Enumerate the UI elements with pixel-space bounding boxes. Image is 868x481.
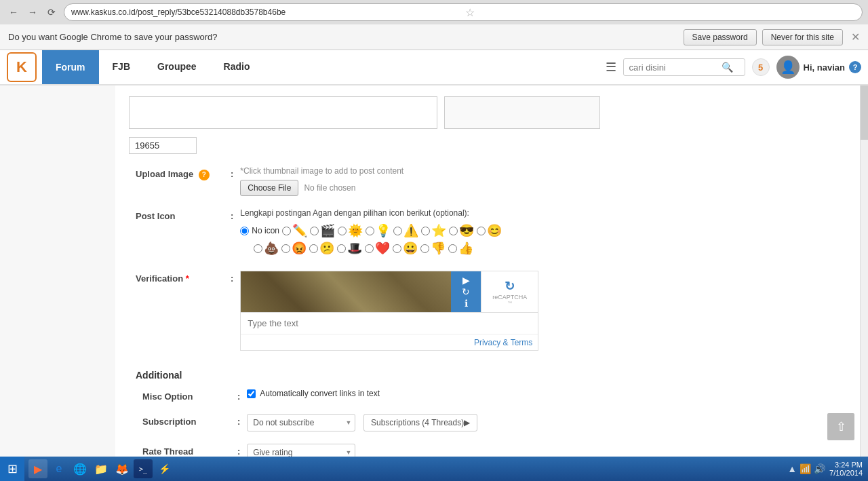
rate-thread-label: Rate Thread [142,444,237,457]
icon-item-sunglasses: 😎 [449,223,474,238]
misc-option-checkbox[interactable] [247,389,256,398]
icon-item-hat: 🎩 [337,241,362,256]
forward-button[interactable]: → [24,4,41,20]
taskbar-firefox-app[interactable]: 🦊 [113,459,132,478]
smile-icon: 😊 [487,223,502,238]
icon-radio-smile[interactable] [477,227,486,235]
captcha-refresh-button[interactable]: ↻ [462,286,470,297]
taskbar-clock[interactable]: 3:24 PM 7/10/2014 [829,461,863,477]
icon-item-poop: 💩 [254,241,279,256]
icon-no-icon: No icon [240,226,279,235]
taskbar-cmd-app[interactable]: >_ [134,459,153,478]
subscription-dropdown[interactable]: Do not subscribe [247,414,355,431]
post-right-box [444,96,600,129]
misc-option-content: Automatically convert links in text [247,389,849,398]
main-area: 19655 Upload Image ? : *Click thumbnail … [0,85,868,481]
heart-icon: ❤️ [375,241,390,256]
taskbar-chrome-app[interactable]: 🌐 [71,459,90,478]
captcha-text-input[interactable] [241,312,538,334]
nav-item-groupee[interactable]: Groupee [144,50,210,84]
happy-icon: 😀 [403,241,418,256]
password-bar-text: Do you want Google Chrome to save your p… [8,32,678,42]
search-input[interactable] [629,62,717,73]
choose-file-button[interactable]: Choose File [240,180,298,196]
bulb-icon: 💡 [376,223,391,238]
icon-radio-heart[interactable] [365,244,374,253]
icon-radio-sad[interactable] [309,244,318,253]
nav-buttons: ← → ⟳ [5,4,60,20]
pencil-icon: ✏️ [292,223,307,238]
icon-item-happy: 😀 [393,241,418,256]
taskbar-util-app[interactable]: ⚡ [155,459,174,478]
help-icon[interactable]: ? [849,61,861,73]
additional-title: Additional [136,370,849,381]
captcha-help-button[interactable]: ℹ [465,298,468,309]
systray-up-icon[interactable]: ▲ [787,463,797,474]
icon-radio-sunglasses[interactable] [449,227,458,235]
icon-item-bulb: 💡 [366,223,391,238]
privacy-terms-link[interactable]: Privacy & Terms [474,338,532,347]
icon-radio-bulb[interactable] [366,227,374,235]
nav-item-fjb[interactable]: FJB [99,50,144,84]
upload-help-icon[interactable]: ? [199,170,210,180]
icon-radio-star[interactable] [421,227,430,235]
captcha-box: ▶ ↻ ℹ ↻ reCAPTCHA ™ [240,271,538,351]
taskbar-ie-app[interactable]: e [50,459,68,478]
poop-icon: 💩 [264,241,279,256]
misc-option-checkbox-label[interactable]: Automatically convert links in text [247,389,849,398]
captcha-audio-button[interactable]: ▶ [462,275,470,286]
list-icon[interactable]: ☰ [606,60,616,75]
number-row: 19655 [129,137,856,154]
icon-radio-thumbsup[interactable] [448,244,457,253]
captcha-controls: ▶ ↻ ℹ [451,271,481,312]
scroll-up-button[interactable]: ⇧ [827,413,854,440]
notification-badge[interactable]: 5 [752,58,770,76]
systray-speaker-icon: 🔊 [814,463,825,474]
back-button[interactable]: ← [5,4,22,20]
icon-radio-angry[interactable] [281,244,290,253]
icon-radio-poop[interactable] [254,244,262,253]
save-password-button[interactable]: Save password [684,29,757,45]
verification-content: ▶ ↻ ℹ ↻ reCAPTCHA ™ [240,271,856,351]
top-inputs [129,94,856,129]
taskbar-explorer-app[interactable]: 📁 [92,459,111,478]
taskbar-media-app[interactable]: ▶ [28,459,47,478]
address-bar[interactable]: www.kaskus.co.id/post_reply/53bce5321408… [64,3,863,21]
scrollbar-track[interactable] [860,85,868,481]
upload-info-text: *Click thumbnail image to add to post co… [240,166,856,176]
verification-row: Verification * : ▶ ↻ ℹ [129,271,856,351]
icon-radio-none[interactable] [240,227,249,235]
never-for-site-button[interactable]: Never for this site [762,29,843,45]
captcha-logo-area: ↻ reCAPTCHA ™ [481,271,538,312]
browser-chrome: ← → ⟳ www.kaskus.co.id/post_reply/53bce5… [0,0,868,85]
icon-radio-hat[interactable] [337,244,346,253]
start-button[interactable]: ⊞ [0,457,24,481]
icon-item-angry: 😡 [281,241,307,256]
icon-radio-sun[interactable] [338,227,347,235]
icon-radio-film[interactable] [310,227,319,235]
number-input[interactable]: 19655 [129,137,197,154]
systray: ▲ 📶 🔊 [787,463,825,474]
search-bar[interactable]: 🔍 [623,58,745,76]
icon-radio-thumbsdown[interactable] [420,244,429,253]
sunglasses-icon: 😎 [459,223,474,238]
post-body-textarea[interactable] [129,96,437,129]
subscriptions-button[interactable]: Subscriptions (4 Threads)▶ [363,414,477,431]
logo[interactable]: K [7,52,37,82]
sad-icon: 😕 [319,241,334,256]
misc-option-label: Misc Option [142,389,237,402]
nav-item-forum[interactable]: Forum [42,50,99,84]
film-icon: 🎬 [320,223,335,238]
no-icon-label: No icon [252,226,279,235]
close-password-bar-button[interactable]: ✕ [851,31,860,43]
scrollbar-thumb[interactable] [861,85,868,140]
icon-radio-pencil[interactable] [282,227,291,235]
icon-radio-warn[interactable] [393,227,402,235]
bookmark-icon[interactable]: ☆ [465,6,855,19]
icon-radio-happy[interactable] [393,244,401,253]
refresh-button[interactable]: ⟳ [43,4,60,20]
post-icon-row: Post Icon : Lengkapi postingan Agan deng… [129,208,856,258]
systray-network-icon: 📶 [800,463,811,474]
search-icon[interactable]: 🔍 [722,62,733,73]
nav-item-radio[interactable]: Radio [210,50,264,84]
